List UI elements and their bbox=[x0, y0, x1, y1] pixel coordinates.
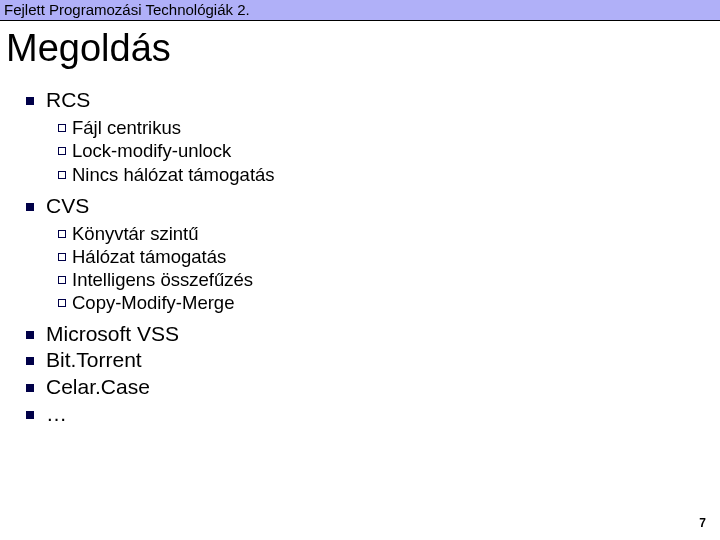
list-item-row: Bit.Torrent bbox=[26, 347, 720, 374]
sublist-item-label: Nincs hálózat támogatás bbox=[72, 163, 275, 186]
open-square-bullet-icon bbox=[58, 253, 66, 261]
list-item-row: CVS bbox=[26, 192, 720, 220]
open-square-bullet-icon bbox=[58, 276, 66, 284]
sublist-item: Intelligens összefűzés bbox=[58, 268, 720, 291]
list-item: … bbox=[26, 401, 720, 428]
list-item-row: Celar.Case bbox=[26, 374, 720, 401]
list-item-label: … bbox=[46, 401, 67, 428]
list-item: CVS Könyvtár szintű Hálózat támogatás In… bbox=[26, 192, 720, 315]
square-bullet-icon bbox=[26, 411, 34, 419]
sublist-item-label: Hálózat támogatás bbox=[72, 245, 226, 268]
open-square-bullet-icon bbox=[58, 147, 66, 155]
header-bar: Fejlett Programozási Technológiák 2. bbox=[0, 0, 720, 21]
open-square-bullet-icon bbox=[58, 299, 66, 307]
list-item-label: Celar.Case bbox=[46, 374, 150, 401]
square-bullet-icon bbox=[26, 97, 34, 105]
list-item: Celar.Case bbox=[26, 374, 720, 401]
sublist-item-label: Intelligens összefűzés bbox=[72, 268, 253, 291]
sublist: Könyvtár szintű Hálózat támogatás Intell… bbox=[26, 222, 720, 315]
square-bullet-icon bbox=[26, 331, 34, 339]
square-bullet-icon bbox=[26, 357, 34, 365]
sublist-item-label: Fájl centrikus bbox=[72, 116, 181, 139]
open-square-bullet-icon bbox=[58, 171, 66, 179]
list-item: RCS Fájl centrikus Lock-modify-unlock Ni… bbox=[26, 86, 720, 186]
sublist-item: Hálózat támogatás bbox=[58, 245, 720, 268]
list-item-label: Bit.Torrent bbox=[46, 347, 142, 374]
open-square-bullet-icon bbox=[58, 230, 66, 238]
sublist-item: Lock-modify-unlock bbox=[58, 139, 720, 162]
page-title: Megoldás bbox=[0, 21, 720, 80]
sublist-item: Nincs hálózat támogatás bbox=[58, 163, 720, 186]
list-item-label: Microsoft VSS bbox=[46, 321, 179, 348]
list-item: Microsoft VSS bbox=[26, 321, 720, 348]
slide-content: RCS Fájl centrikus Lock-modify-unlock Ni… bbox=[0, 86, 720, 428]
sublist-item: Könyvtár szintű bbox=[58, 222, 720, 245]
page-number: 7 bbox=[699, 516, 706, 530]
open-square-bullet-icon bbox=[58, 124, 66, 132]
square-bullet-icon bbox=[26, 203, 34, 211]
title-text: Megoldás bbox=[6, 27, 171, 69]
header-text: Fejlett Programozási Technológiák 2. bbox=[4, 1, 250, 18]
sublist-item-label: Copy-Modify-Merge bbox=[72, 291, 234, 314]
page-number-text: 7 bbox=[699, 516, 706, 530]
sublist-item-label: Könyvtár szintű bbox=[72, 222, 198, 245]
sublist: Fájl centrikus Lock-modify-unlock Nincs … bbox=[26, 116, 720, 185]
list-item-label: CVS bbox=[46, 192, 89, 220]
sublist-item: Copy-Modify-Merge bbox=[58, 291, 720, 314]
list-item-row: Microsoft VSS bbox=[26, 321, 720, 348]
list-item-label: RCS bbox=[46, 86, 90, 114]
square-bullet-icon bbox=[26, 384, 34, 392]
list-item-row: … bbox=[26, 401, 720, 428]
sublist-item: Fájl centrikus bbox=[58, 116, 720, 139]
list-item: Bit.Torrent bbox=[26, 347, 720, 374]
sublist-item-label: Lock-modify-unlock bbox=[72, 139, 231, 162]
list-item-row: RCS bbox=[26, 86, 720, 114]
